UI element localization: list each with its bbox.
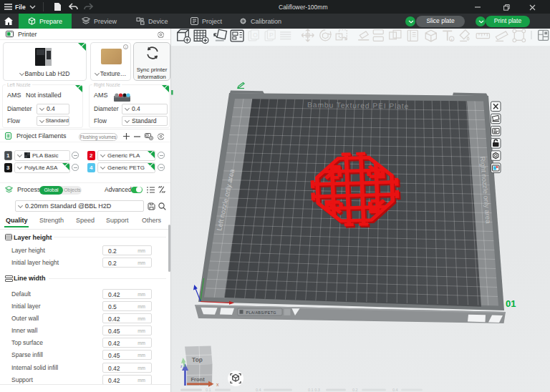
svg-text:a: a <box>450 37 453 41</box>
svg-text:Top: Top <box>192 356 203 363</box>
svg-text:Front: Front <box>191 376 206 383</box>
svg-text:P: P <box>269 31 274 39</box>
svg-text:PLA/ABS/PETG: PLA/ABS/PETG <box>246 310 276 315</box>
svg-text:Bambu Textured PEI Plate: Bambu Textured PEI Plate <box>307 101 409 110</box>
svg-text:01: 01 <box>506 298 516 309</box>
svg-text:O: O <box>253 31 258 39</box>
svg-text:0.1 0.3: 0.1 0.3 <box>308 388 320 392</box>
svg-text:0.4: 0.4 <box>256 388 261 392</box>
svg-text:0.1: 0.1 <box>206 388 211 392</box>
svg-text:z: z <box>180 364 183 368</box>
svg-text:0.4: 0.4 <box>392 388 398 392</box>
svg-text:0.2: 0.2 <box>352 388 358 392</box>
svg-text:x: x <box>216 382 219 387</box>
